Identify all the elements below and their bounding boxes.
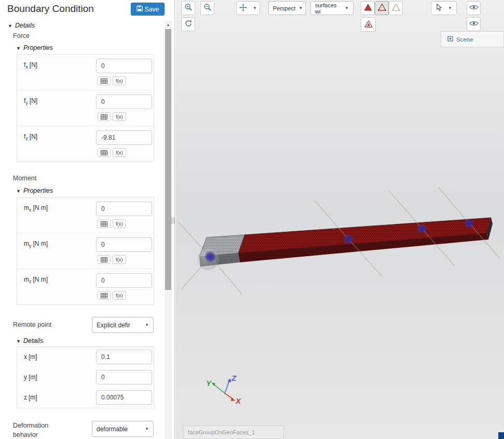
remote-point-select[interactable]: Explicit defir ▼ [92, 317, 154, 333]
viewport-3d[interactable]: Z Y X ▼ Perspect ▼ surfaces wi ▼ [175, 0, 504, 439]
moment-my-row: my[N m] f(x) [17, 233, 154, 269]
force-fy-row: fy[N] f(x) [17, 90, 154, 126]
axis-z-label: Z [231, 374, 237, 382]
mesh-quality-button[interactable] [361, 17, 376, 32]
mesh-red-outline-button[interactable] [375, 1, 389, 15]
formula-button[interactable]: f(x) [113, 112, 126, 121]
caret-down-icon: ▼ [253, 6, 257, 10]
moment-mx-label: mx[N m] [24, 204, 48, 212]
remote-coords-box: x[m] y[m] z[m] [17, 347, 154, 408]
mesh-outline-button[interactable] [389, 1, 403, 15]
page-title: Boundary Condition [7, 3, 94, 15]
refresh-icon [184, 19, 193, 29]
pan-tool-dropdown[interactable]: ▼ [236, 1, 260, 15]
moment-mx-input[interactable] [96, 202, 152, 216]
table-button[interactable] [98, 76, 111, 85]
caret-down-icon: ▼ [448, 6, 452, 10]
force-fy-input[interactable] [96, 95, 152, 109]
axis-y-label: Y [206, 379, 212, 388]
force-properties-toggle[interactable]: ▼Properties [16, 44, 53, 51]
details-section-toggle[interactable]: ▼Details [8, 22, 35, 29]
refresh-view-button[interactable] [181, 17, 195, 31]
deformation-behavior-label: Deformation behavior [13, 421, 67, 439]
visibility-secondary-button[interactable] [467, 17, 481, 31]
zoom-out-icon [203, 3, 212, 13]
mesh-quality-icon [364, 20, 373, 29]
coord-x-input[interactable] [96, 350, 152, 364]
moment-mz-input[interactable] [96, 273, 152, 288]
panel-resize-handle[interactable] [172, 217, 174, 224]
projection-value: Perspect [273, 5, 295, 11]
coord-y-input[interactable] [96, 370, 152, 384]
zoom-out-button[interactable] [200, 1, 214, 15]
coord-y-row: y[m] [17, 367, 154, 388]
mesh-red-filled-icon [364, 4, 372, 12]
table-button[interactable] [98, 219, 111, 228]
visibility-button[interactable] [467, 1, 481, 15]
panel-scrollbar[interactable]: ▲ [165, 21, 172, 439]
coord-z-row: z[m] [17, 388, 154, 408]
force-fx-label: fx[N] [24, 61, 37, 70]
save-icon [137, 5, 143, 13]
zoom-in-icon [184, 3, 193, 13]
remote-point-value: Explicit defir [97, 322, 130, 329]
table-button[interactable] [98, 255, 111, 264]
moment-group-label: Moment [13, 175, 36, 182]
mesh-outline-icon [392, 4, 400, 12]
save-button-label: Save [145, 6, 159, 13]
details-section-label: Details [15, 22, 35, 29]
collapse-triangle-icon: ▼ [16, 46, 21, 51]
zoom-in-button[interactable] [181, 1, 195, 15]
eye-icon [469, 20, 479, 28]
deformation-behavior-select[interactable]: deformable ▼ [92, 421, 154, 437]
formula-button[interactable]: f(x) [113, 291, 126, 300]
app-root: Boundary Condition Save ▼Details Force ▼… [0, 0, 504, 439]
caret-down-icon: ▼ [145, 323, 149, 327]
scrollbar-thumb[interactable] [165, 29, 171, 290]
caret-down-icon: ▼ [145, 427, 149, 431]
projection-select[interactable]: Perspect ▼ [268, 1, 306, 15]
table-button[interactable] [98, 291, 111, 300]
mesh-red-filled-button[interactable] [361, 1, 375, 15]
scene-tree-header[interactable]: Scene [441, 31, 504, 47]
force-group-label: Force [13, 32, 30, 39]
face-group-assignment[interactable]: faceGroupOnGeoFaces_1 [183, 425, 284, 439]
scroll-up-icon[interactable]: ▲ [165, 21, 172, 28]
force-fx-row: fx[N] f(x) [17, 55, 154, 90]
eye-icon [469, 4, 479, 12]
scene-canvas[interactable]: Z Y X [175, 0, 504, 439]
coord-z-input[interactable] [96, 390, 152, 405]
formula-button[interactable]: f(x) [113, 219, 126, 228]
force-fz-input[interactable] [96, 130, 152, 145]
force-fx-input[interactable] [96, 59, 152, 73]
pan-icon [239, 4, 247, 13]
coord-x-label: x[m] [24, 353, 37, 361]
collapse-triangle-icon: ▼ [16, 339, 21, 344]
axes-triad: Z Y X [206, 374, 241, 405]
moment-fields-box: mx[N m] f(x) my[N m] f(x) mz[N m] [17, 197, 154, 305]
force-fz-label: fz[N] [24, 133, 37, 141]
coord-x-row: x[m] [17, 347, 154, 367]
formula-button[interactable]: f(x) [113, 76, 126, 85]
table-button[interactable] [98, 148, 111, 157]
formula-button[interactable]: f(x) [113, 255, 126, 264]
formula-button[interactable]: f(x) [113, 148, 126, 157]
coord-z-label: z[m] [24, 394, 37, 401]
coord-y-label: y[m] [24, 374, 37, 381]
moment-properties-toggle[interactable]: ▼Properties [16, 187, 53, 194]
collapse-triangle-icon: ▼ [8, 23, 12, 29]
corner-marker [498, 432, 504, 439]
moment-my-input[interactable] [96, 237, 152, 252]
save-button[interactable]: Save [131, 3, 165, 16]
force-fz-row: fz[N] f(x) [17, 126, 154, 162]
force-fy-label: fy[N] [24, 97, 37, 105]
moment-mx-row: mx[N m] f(x) [17, 197, 154, 233]
render-mode-select[interactable]: surfaces wi ▼ [310, 1, 353, 15]
moment-mz-row: mz[N m] f(x) [17, 269, 154, 304]
remote-details-toggle[interactable]: ▼Details [16, 337, 43, 344]
table-button[interactable] [98, 112, 111, 121]
render-mode-value: surfaces wi [315, 2, 342, 15]
cursor-tool-dropdown[interactable]: ▼ [431, 1, 457, 15]
caret-down-icon: ▼ [345, 6, 349, 10]
moment-properties-label: Properties [23, 187, 53, 194]
